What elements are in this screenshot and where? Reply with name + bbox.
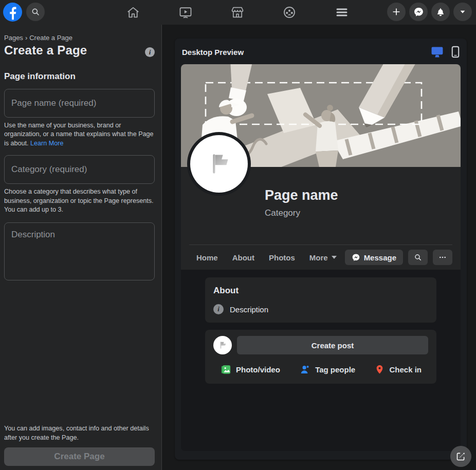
page-more-button[interactable]: [433, 250, 452, 265]
create-post-button[interactable]: Create post: [237, 336, 428, 354]
photo-video-icon: [220, 364, 232, 375]
facebook-logo[interactable]: [3, 3, 22, 22]
messenger-button[interactable]: [409, 3, 428, 21]
info-icon[interactable]: i: [145, 47, 155, 57]
composer-avatar: [213, 336, 232, 354]
description-textarea[interactable]: [4, 222, 155, 280]
page-avatar: [190, 135, 248, 193]
create-plus-button[interactable]: [387, 3, 406, 21]
section-heading: Page information: [4, 71, 155, 82]
ellipsis-icon: [438, 253, 447, 261]
breadcrumb: Pages›Create a Page: [4, 34, 155, 42]
tab-about[interactable]: About: [225, 245, 262, 270]
device-toggles: [431, 46, 460, 58]
page-tabs-row: Home About Photos More Message: [189, 245, 452, 270]
facebook-f-icon: [3, 3, 22, 22]
plus-icon: [391, 7, 401, 17]
page-preview-panel: Page name Category Home About Photos Mor…: [181, 64, 461, 451]
marketplace-icon[interactable]: [230, 5, 245, 20]
message-button[interactable]: Message: [345, 250, 403, 265]
search-button[interactable]: [26, 3, 45, 21]
watch-icon[interactable]: [178, 5, 193, 20]
page-title: Create a Page: [4, 43, 87, 58]
breadcrumb-separator: ›: [25, 34, 27, 42]
chevron-down-icon: [458, 7, 467, 16]
page-name-help: Use the name of your business, brand or …: [4, 121, 155, 148]
search-icon: [31, 7, 40, 16]
tab-photos[interactable]: Photos: [262, 245, 302, 270]
breadcrumb-current: Create a Page: [29, 34, 72, 42]
create-page-sidebar: Pages›Create a Page Create a Page i Page…: [0, 25, 162, 470]
account-menu-button[interactable]: [453, 3, 472, 21]
desktop-monitor-icon: [431, 46, 444, 58]
create-post-card: Create post Photo/video: [205, 330, 436, 384]
tab-more[interactable]: More: [302, 245, 344, 270]
about-heading: About: [213, 286, 428, 296]
notifications-button[interactable]: [431, 3, 450, 21]
page-name-input[interactable]: [4, 89, 155, 118]
preview-card: Desktop Preview: [175, 39, 467, 460]
messenger-icon: [352, 253, 360, 262]
preview-title: Desktop Preview: [182, 48, 244, 57]
messenger-icon: [413, 7, 424, 17]
footer-note: You can add images, contact info and oth…: [4, 424, 155, 442]
mobile-phone-icon: [451, 46, 460, 58]
edit-pencil-icon: [455, 451, 466, 462]
learn-more-link[interactable]: Learn More: [30, 140, 63, 147]
tag-people-icon: [299, 364, 311, 375]
bell-icon: [435, 7, 446, 17]
photo-video-action[interactable]: Photo/video: [220, 364, 280, 375]
navbar-right-group: [387, 3, 472, 21]
mobile-preview-toggle[interactable]: [451, 46, 460, 58]
about-card: About i Description: [205, 277, 436, 323]
page-header-preview: Page name Category Home About Photos Mor…: [181, 167, 461, 270]
check-in-action[interactable]: Check in: [374, 364, 422, 375]
category-help: Choose a category that describes what ty…: [4, 187, 155, 214]
navbar-left-group: [3, 3, 45, 22]
groups-icon[interactable]: [282, 5, 297, 20]
top-navbar: [0, 0, 476, 25]
home-icon[interactable]: [126, 5, 140, 20]
menu-icon[interactable]: [335, 5, 349, 20]
search-icon: [414, 253, 422, 261]
preview-page-category: Category: [265, 208, 300, 218]
create-page-button[interactable]: Create Page: [4, 447, 155, 466]
info-icon: i: [213, 304, 224, 314]
flag-icon: [217, 340, 228, 350]
check-in-pin-icon: [374, 364, 385, 375]
caret-down-icon: [332, 256, 337, 259]
edit-fab-button[interactable]: [450, 446, 471, 467]
category-input[interactable]: [4, 155, 155, 184]
page-search-button[interactable]: [408, 250, 428, 265]
breadcrumb-pages-link[interactable]: Pages: [4, 34, 23, 42]
flag-icon: [205, 149, 233, 178]
preview-page-name: Page name: [265, 187, 338, 203]
about-description: Description: [230, 305, 268, 314]
desktop-preview-toggle[interactable]: [431, 46, 444, 58]
tag-people-action[interactable]: Tag people: [299, 364, 355, 375]
tab-home[interactable]: Home: [189, 245, 225, 270]
page-feed-preview: About i Description Create post: [181, 270, 461, 384]
